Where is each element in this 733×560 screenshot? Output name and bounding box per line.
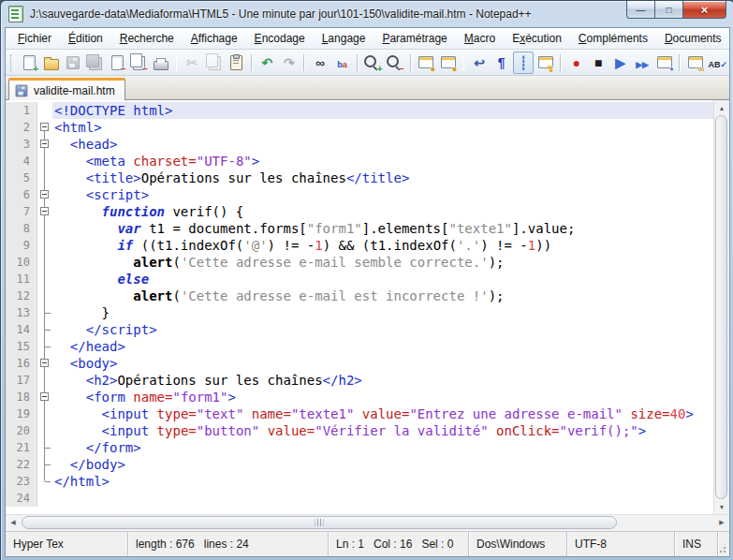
fold-margin[interactable] — [37, 389, 52, 405]
macro-save-icon[interactable]: ▪ — [654, 52, 674, 74]
code-text[interactable]: </form> — [52, 439, 729, 456]
menu-item-macro[interactable]: Macro — [456, 29, 504, 48]
zoom-out-icon[interactable]: − — [385, 52, 404, 74]
close-all-icon[interactable]: − — [129, 52, 149, 74]
menu-item-affichage[interactable]: Affichage — [183, 29, 246, 48]
copy-icon-glyph — [206, 53, 218, 67]
find-icon[interactable]: ∞ — [310, 52, 330, 74]
vertical-scrollbar[interactable]: ▲▼ — [713, 100, 729, 514]
fold-collapse-icon[interactable] — [40, 123, 49, 131]
toolbar-separator — [679, 54, 681, 71]
code-text[interactable]: <script> — [52, 186, 729, 203]
code-text[interactable]: if ((t1.indexOf('@') != -1) && (t1.index… — [52, 237, 729, 254]
code-line: 8 var t1 = document.forms["form1"].eleme… — [6, 220, 729, 237]
menu-item-excution[interactable]: Exécution — [504, 29, 570, 48]
spell-check-icon[interactable]: AB✓ — [708, 52, 729, 74]
horizontal-scrollbar[interactable]: ◀ ▶ — [6, 514, 729, 531]
code-text[interactable]: </html> — [52, 473, 729, 490]
code-text[interactable]: alert('Cette adresse e-mail est incorrec… — [52, 287, 729, 304]
title-bar[interactable]: J:\sauvegarde-data\Mediaforma\HTML5 - Un… — [1, 1, 733, 27]
function-list-icon[interactable]: ↯ — [535, 52, 555, 74]
code-line: 22 </body> — [6, 456, 729, 473]
indent-guides-icon[interactable]: ┊ — [513, 52, 533, 74]
fold-margin[interactable] — [37, 355, 52, 372]
fold-collapse-icon[interactable] — [40, 140, 49, 148]
fold-collapse-icon[interactable] — [40, 190, 49, 199]
menu-item-?[interactable]: ? — [730, 29, 733, 48]
fold-margin[interactable] — [37, 119, 52, 136]
new-file-icon[interactable]: + — [20, 52, 39, 74]
macro-record-icon[interactable]: ● — [566, 52, 586, 74]
external-launch-icon[interactable]: ∞ — [685, 52, 705, 74]
code-text[interactable]: alert('Cette adresse e-mail semble corre… — [52, 254, 729, 271]
code-text[interactable]: else — [52, 271, 729, 287]
code-text[interactable]: <meta charset="UTF-8"> — [52, 153, 729, 169]
vertical-scrollbar-thumb[interactable] — [715, 115, 727, 499]
code-text[interactable]: <form name="form1"> — [52, 389, 729, 405]
horizontal-scrollbar-thumb[interactable] — [22, 516, 617, 529]
menu-item-recherche[interactable]: Recherche — [111, 29, 183, 48]
macro-run-multiple-icon[interactable]: ▶▶ — [632, 52, 652, 74]
code-editor[interactable]: 1<!DOCTYPE html>2<html>3 <head>4 <meta c… — [6, 100, 729, 514]
menu-item-complments[interactable]: Compléments — [570, 29, 656, 48]
code-line: 1<!DOCTYPE html> — [6, 102, 729, 119]
scroll-up-icon[interactable]: ▲ — [714, 100, 729, 115]
print-icon[interactable] — [151, 52, 170, 74]
undo-icon[interactable]: ↶ — [257, 52, 277, 74]
toolbar-grip — [10, 54, 15, 71]
menu-item-encodage[interactable]: Encodage — [246, 29, 314, 48]
fold-margin — [37, 287, 52, 304]
code-text[interactable]: </head> — [52, 338, 729, 355]
code-text[interactable]: </script> — [52, 321, 729, 338]
code-text[interactable]: function verif() { — [52, 203, 729, 220]
minimize-button[interactable]: — — [626, 1, 654, 19]
menu-item-paramtrage[interactable]: Paramétrage — [374, 29, 455, 48]
code-text[interactable]: var t1 = document.forms["form1"].element… — [52, 220, 729, 237]
fold-margin — [37, 153, 52, 169]
scroll-right-icon[interactable]: ▶ — [714, 515, 729, 530]
fold-margin[interactable] — [37, 186, 52, 203]
fold-collapse-icon[interactable] — [40, 392, 49, 401]
fold-margin — [37, 456, 52, 473]
code-text[interactable]: </body> — [52, 456, 729, 473]
fold-collapse-icon[interactable] — [40, 207, 49, 215]
code-text[interactable]: <!DOCTYPE html> — [52, 102, 729, 119]
code-text[interactable]: <html> — [52, 119, 729, 136]
code-text[interactable] — [52, 490, 729, 507]
code-text[interactable]: <input type="button" value="Vérifier la … — [52, 422, 729, 439]
macro-stop-icon[interactable]: ■ — [589, 52, 608, 74]
menu-item-langage[interactable]: Langage — [314, 29, 374, 48]
show-all-characters-icon[interactable]: ¶ — [491, 52, 511, 74]
fold-tick-icon — [45, 448, 51, 449]
menu-item-fichier[interactable]: Fichier — [9, 29, 60, 48]
close-file-icon[interactable]: − — [107, 52, 126, 74]
scroll-left-icon[interactable]: ◀ — [6, 515, 21, 530]
line-number: 3 — [6, 136, 37, 153]
sync-scroll-horizontal-icon[interactable]: ● — [438, 52, 458, 74]
close-button[interactable]: × — [682, 1, 726, 19]
paste-icon[interactable] — [226, 52, 245, 74]
tab-validite-mail[interactable]: validite-mail.htm — [8, 78, 125, 100]
fold-margin[interactable] — [37, 136, 52, 153]
redo-icon[interactable]: ↷ — [279, 52, 299, 74]
code-text[interactable]: <title>Opérations sur les chaînes</title… — [52, 169, 729, 186]
replace-icon[interactable]: ba — [332, 52, 352, 74]
zoom-in-icon[interactable]: + — [363, 52, 383, 74]
word-wrap-icon[interactable]: ↩ — [469, 52, 489, 74]
toolbar-separator — [251, 54, 253, 71]
scroll-down-icon[interactable]: ▼ — [714, 499, 729, 514]
sync-scroll-vertical-icon[interactable]: ● — [417, 52, 436, 74]
open-file-icon[interactable] — [41, 52, 61, 74]
menu-item-dition[interactable]: Édition — [60, 29, 111, 48]
macro-play-icon[interactable]: ▶ — [610, 52, 630, 74]
code-text[interactable]: <input type="text" name="texte1" value="… — [52, 405, 729, 422]
fold-collapse-icon[interactable] — [40, 359, 49, 367]
fold-margin[interactable] — [37, 203, 52, 220]
line-number: 15 — [6, 338, 37, 355]
code-text[interactable]: <h2>Opérations sur les chaînes</h2> — [52, 372, 729, 389]
code-text[interactable]: <head> — [52, 136, 729, 153]
menu-item-documents[interactable]: Documents — [656, 29, 730, 48]
code-text[interactable]: } — [52, 304, 729, 321]
maximize-button[interactable]: □ — [654, 1, 682, 19]
code-text[interactable]: <body> — [52, 355, 729, 372]
